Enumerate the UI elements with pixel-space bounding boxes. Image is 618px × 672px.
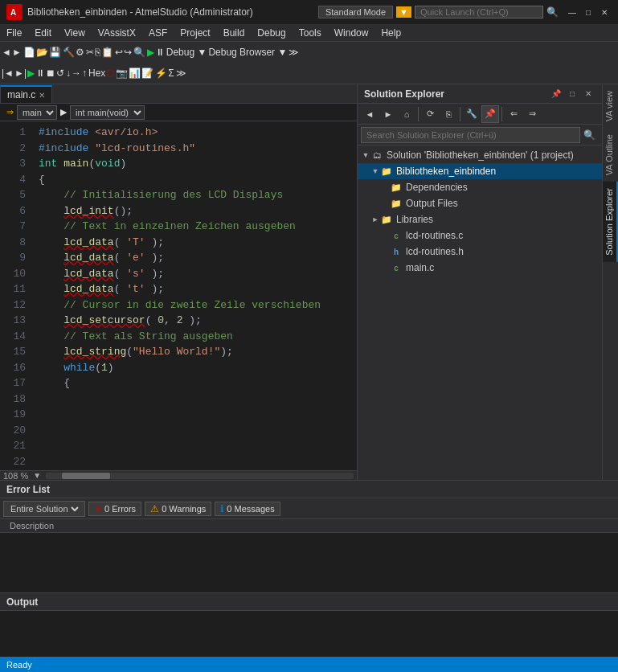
hex-button[interactable]: ⬡ [106, 68, 114, 79]
se-search-bar: 🔍 [358, 125, 602, 145]
errors-badge-button[interactable]: ✕ 0 Errors [88, 502, 141, 516]
save-button[interactable]: 💾 [49, 47, 61, 58]
run-button[interactable]: ▶ [27, 68, 35, 79]
debug-mode-dropdown[interactable]: Debug ▼ [166, 47, 207, 58]
tree-item-output-files[interactable]: 📁 Output Files [358, 195, 602, 211]
project-expand-arrow[interactable]: ▼ [370, 167, 380, 175]
tree-item-lcd-c[interactable]: c lcd-routines.c [358, 227, 602, 244]
registers-button[interactable]: 📊 [129, 68, 141, 79]
minimize-button[interactable]: — [565, 5, 579, 19]
forward-button[interactable]: ► [12, 47, 22, 58]
find-button[interactable]: 🔍 [133, 47, 145, 58]
memory-button[interactable]: 📷 [116, 68, 128, 79]
menu-item-project[interactable]: Project [174, 24, 216, 41]
code-lines[interactable]: #include <avr/io.h> #include "lcd-routin… [32, 121, 357, 470]
close-panel-button[interactable]: ✕ [581, 87, 595, 101]
step-out-button[interactable]: ↑ [82, 68, 87, 79]
se-prev-button[interactable]: ⇐ [505, 105, 522, 123]
tree-item-libraries[interactable]: ► 📁 Libraries [358, 211, 602, 227]
step-forward-button[interactable]: ►| [14, 68, 27, 79]
pause-button[interactable]: ⏸ [155, 47, 165, 58]
paste-button[interactable]: 📋 [101, 47, 113, 58]
tree-item-lcd-h[interactable]: h lcd-routines.h [358, 244, 602, 260]
se-copy-button[interactable]: ⎘ [440, 105, 457, 123]
open-button[interactable]: 📂 [36, 47, 48, 58]
se-home-button[interactable]: ⌂ [398, 105, 415, 123]
step-over-button[interactable]: → [72, 68, 81, 79]
rebuild-button[interactable]: ⚙ [76, 47, 84, 58]
undo-button[interactable]: ↩ [115, 47, 123, 58]
error-scope-select[interactable]: Entire Solution [7, 503, 81, 514]
menu-item-vassistx[interactable]: VAssistX [92, 24, 142, 41]
breadcrumb: ⇒ main ▶ int main(void) [0, 104, 357, 121]
zoom-down-button[interactable]: ▼ [31, 471, 43, 480]
maximize-button[interactable]: □ [581, 5, 595, 19]
se-search-input[interactable] [361, 127, 580, 143]
menu-item-help[interactable]: Help [374, 24, 407, 41]
menu-item-debug[interactable]: Debug [251, 24, 292, 41]
tab-close-button[interactable]: ✕ [39, 91, 45, 100]
build-button[interactable]: 🔨 [63, 47, 75, 58]
new-file-button[interactable]: 📄 [23, 47, 35, 58]
menu-item-edit[interactable]: Edit [28, 24, 58, 41]
solution-explorer-title: Solution Explorer [364, 88, 549, 100]
lib-arrow[interactable]: ► [370, 215, 380, 223]
breadcrumb-dropdown-1[interactable]: main [17, 105, 57, 120]
se-tree: ▼ 🗂 Solution 'Bibliotheken_einbinden' (1… [358, 145, 602, 480]
tree-item-project[interactable]: ▼ 📁 Bibliotheken_einbinden [358, 163, 602, 179]
copy-button[interactable]: ⎘ [95, 47, 100, 58]
se-search-icon[interactable]: 🔍 [580, 129, 599, 141]
menu-item-tools[interactable]: Tools [293, 24, 328, 41]
se-forward-button[interactable]: ► [379, 105, 397, 123]
io-view-button[interactable]: ⚡ [155, 68, 167, 79]
close-button[interactable]: ✕ [597, 5, 612, 19]
warnings-badge-button[interactable]: ⚠ 0 Warnings [145, 502, 211, 516]
more-tools-button[interactable]: ≫ [289, 47, 299, 58]
solution-expand-arrow[interactable]: ▼ [361, 151, 370, 159]
disasm-button[interactable]: 📝 [141, 68, 153, 79]
se-pin-active-button[interactable]: 📌 [481, 105, 499, 123]
editor-area: main.c ✕ ⇒ main ▶ int main(void) 12345 6… [0, 84, 358, 480]
quick-launch-input[interactable] [415, 6, 543, 18]
pause2-button[interactable]: ⏸ [35, 68, 45, 79]
menu-item-window[interactable]: Window [328, 24, 375, 41]
se-properties-button[interactable]: 🔧 [463, 105, 481, 123]
float-button[interactable]: □ [565, 87, 579, 101]
h-scrollbar-track[interactable] [46, 473, 354, 479]
error-icon: ✕ [94, 503, 102, 514]
va-outline-tab[interactable]: VA Outline [603, 128, 618, 182]
output-title: Output [6, 596, 38, 608]
error-list-toolbar: Entire Solution ✕ 0 Errors ⚠ 0 Warnings … [0, 498, 618, 519]
step-back-button[interactable]: |◄ [2, 68, 14, 79]
tree-item-solution[interactable]: ▼ 🗂 Solution 'Bibliotheken_einbinden' (1… [358, 147, 602, 163]
menu-item-build[interactable]: Build [217, 24, 252, 41]
stop-button[interactable]: ⏹ [46, 68, 55, 79]
main-c-tab[interactable]: main.c ✕ [0, 85, 52, 103]
output-content[interactable] [0, 611, 618, 657]
debug-browser-dropdown[interactable]: Debug Browser ▼ [208, 47, 287, 58]
back-button[interactable]: ◄ [2, 47, 11, 58]
messages-badge-button[interactable]: ℹ 0 Messages [215, 502, 280, 516]
pin-button[interactable]: 📌 [549, 87, 563, 101]
tree-item-dependencies[interactable]: 📁 Dependencies [358, 179, 602, 195]
menu-item-asf[interactable]: ASF [142, 24, 174, 41]
refresh-button[interactable]: ↺ [56, 68, 64, 79]
more-debug-button[interactable]: ≫ [176, 68, 186, 79]
se-sync-button[interactable]: ⟳ [421, 105, 439, 123]
menu-item-file[interactable]: File [0, 24, 28, 41]
start-debug-button[interactable]: ▶ [147, 47, 154, 58]
se-next-button[interactable]: ⇒ [523, 105, 541, 123]
solution-explorer-tab[interactable]: Solution Explorer [603, 182, 618, 262]
h-scrollbar-thumb[interactable] [62, 473, 110, 479]
redo-button[interactable]: ↪ [124, 47, 132, 58]
tree-item-main-c[interactable]: c main.c [358, 260, 602, 276]
breadcrumb-dropdown-2[interactable]: int main(void) [70, 105, 145, 120]
step-into-button[interactable]: ↓ [66, 68, 71, 79]
mode-filter-icon[interactable]: ▼ [396, 6, 411, 18]
menu-item-view[interactable]: View [58, 24, 92, 41]
error-scope-dropdown[interactable]: Entire Solution [3, 501, 85, 517]
cut-button[interactable]: ✂ [86, 47, 94, 58]
va-view-tab[interactable]: VA view [603, 84, 618, 128]
se-back-button[interactable]: ◄ [361, 105, 379, 123]
symbol-button[interactable]: Σ [168, 68, 174, 79]
